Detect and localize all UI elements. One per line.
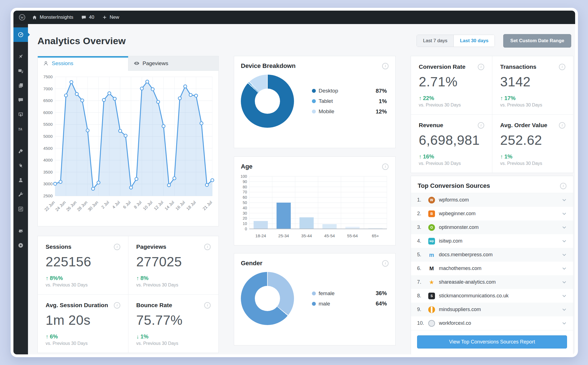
last-7-days-button[interactable]: Last 7 days — [417, 35, 453, 47]
pushpin-icon — [18, 53, 24, 60]
legend-item-mobile: Mobile 12% — [312, 108, 389, 115]
sidebar-item-seo[interactable] — [13, 224, 28, 238]
sidebar-item-comments[interactable] — [13, 93, 28, 107]
legend-value: 64% — [376, 300, 389, 307]
sidebar-item-ta-analytics[interactable]: TA — [13, 122, 28, 136]
source-row-workforcexl[interactable]: 10. workforcexl.co — [411, 316, 573, 330]
sidebar-item-downloads[interactable] — [13, 107, 28, 122]
media-icon — [18, 68, 24, 74]
info-icon[interactable] — [560, 183, 566, 189]
info-icon[interactable] — [382, 163, 389, 170]
stat-value: 252.62 — [500, 132, 565, 148]
source-row-shareasale[interactable]: 7. ★ shareasale-analytics.com — [411, 275, 573, 289]
source-domain: mindsuppliers.com — [439, 307, 481, 312]
gender-legend: female 36% male 64% — [312, 286, 389, 311]
svg-text:28 Jun: 28 Jun — [76, 200, 88, 212]
sidebar-item-plugins[interactable] — [13, 158, 28, 173]
sidebar-item-posts[interactable] — [13, 49, 28, 64]
info-icon[interactable] — [114, 302, 120, 309]
svg-text:25-34: 25-34 — [278, 233, 289, 238]
info-icon[interactable] — [559, 64, 565, 70]
sidebar-item-pages[interactable] — [13, 78, 28, 93]
sessions-line-chart[interactable]: 2500300035004000450050005500600065007000… — [39, 72, 216, 226]
last-30-days-button[interactable]: Last 30 days — [453, 35, 495, 47]
favicon-machothemes-icon: M — [428, 265, 435, 272]
chevron-down-icon[interactable] — [561, 252, 567, 258]
info-icon[interactable] — [478, 122, 484, 129]
source-row-isitwp[interactable]: 4. wp isitwp.com — [411, 234, 573, 248]
app-window: W MonsterInsights 40 New — [11, 8, 578, 357]
svg-text:40: 40 — [243, 206, 247, 210]
sidebar-item-video[interactable] — [13, 238, 28, 253]
svg-text:3500: 3500 — [43, 170, 53, 174]
chevron-down-icon[interactable] — [561, 197, 567, 203]
tab-sessions[interactable]: Sessions — [38, 56, 128, 71]
sidebar-item-media[interactable] — [13, 64, 28, 78]
svg-text:W: W — [20, 16, 24, 20]
paintbrush-icon — [18, 148, 24, 154]
info-icon[interactable] — [559, 122, 565, 129]
stat-change: ↑8% — [136, 275, 211, 281]
admin-bar-new[interactable]: New — [102, 15, 119, 20]
stat-label: Revenue — [419, 122, 443, 129]
stat-label: Avg. Session Duration — [46, 302, 108, 309]
sidebar-item-appearance[interactable] — [13, 144, 28, 158]
age-bar-chart[interactable]: 010203040506070809010018-2425-3435-4445-… — [237, 174, 391, 242]
stat-card-bounce-rate: Bounce Rate 75.77% ↓1% vs. Previous 30 D… — [128, 294, 218, 353]
admin-bar-comments[interactable]: 40 — [81, 15, 94, 20]
stat-label: Avg. Order Value — [500, 122, 547, 129]
info-icon[interactable] — [478, 64, 484, 70]
chevron-down-icon[interactable] — [561, 307, 567, 312]
source-row-wpbeginner[interactable]: 2. B wpbeginner.com — [411, 207, 573, 221]
stat-card-avg-order-value: Avg. Order Value 252.62 ↑1% vs. Previous… — [492, 114, 573, 173]
source-row-machothemes[interactable]: 6. M machothemes.com — [411, 262, 573, 275]
source-rank: 7. — [417, 279, 428, 285]
gauge-dashboard-icon — [18, 32, 24, 38]
view-top-conversions-sources-report-button[interactable]: View Top Conversions Sources Report — [417, 335, 567, 349]
source-row-stickman[interactable]: 8. S stickmancommunications.co.uk — [411, 289, 573, 303]
info-icon[interactable] — [382, 63, 389, 69]
chevron-down-icon[interactable] — [561, 211, 567, 217]
svg-text:55-64: 55-64 — [347, 233, 358, 238]
sidebar-item-tools[interactable] — [13, 187, 28, 202]
chevron-down-icon[interactable] — [561, 293, 567, 299]
stat-compare: vs. Previous 30 Days — [136, 283, 211, 288]
sidebar-item-settings[interactable] — [13, 202, 28, 216]
up-arrow-icon: ↑ — [46, 275, 48, 281]
tab-pageviews-label: Pageviews — [143, 60, 168, 67]
svg-text:6 Jul: 6 Jul — [122, 200, 131, 209]
chevron-down-icon[interactable] — [561, 279, 567, 285]
info-icon[interactable] — [114, 244, 120, 250]
info-icon[interactable] — [204, 302, 211, 309]
set-custom-date-range-button[interactable]: Set Custom Date Range — [503, 34, 571, 48]
sidebar-item-users[interactable] — [13, 173, 28, 187]
active-item-arrow — [28, 33, 30, 37]
wp-admin-bar: W MonsterInsights 40 New — [13, 11, 575, 24]
device-donut-chart[interactable] — [241, 75, 294, 128]
chevron-down-icon[interactable] — [561, 238, 567, 244]
gender-panel: Gender female 36% — [234, 253, 396, 345]
stat-change: ↑6% — [46, 333, 120, 340]
source-row-wpforms[interactable]: 1. W wpforms.com — [411, 193, 573, 207]
chevron-down-icon[interactable] — [561, 266, 567, 271]
chevron-down-icon[interactable] — [561, 225, 567, 230]
stat-value: 6,698,981 — [419, 132, 484, 148]
chevron-down-icon[interactable] — [561, 321, 567, 326]
info-icon[interactable] — [204, 244, 211, 250]
admin-bar-site[interactable]: MonsterInsights — [32, 15, 73, 20]
tab-pageviews[interactable]: Pageviews — [128, 56, 219, 71]
source-row-optinmonster[interactable]: 3. O optinmonster.com — [411, 221, 573, 234]
info-icon[interactable] — [382, 260, 389, 267]
svg-text:16 Jul: 16 Jul — [175, 200, 186, 211]
gender-donut-chart[interactable] — [241, 272, 294, 325]
legend-item-desktop: Desktop 87% — [312, 88, 389, 94]
legend-dot — [312, 99, 316, 103]
source-row-memberpress[interactable]: 5. m docs.memberpress.com — [411, 248, 573, 262]
wordpress-logo-icon[interactable]: W — [18, 14, 26, 21]
eye-icon — [133, 60, 140, 67]
source-row-mindsuppliers[interactable]: 9. mindsuppliers.com — [411, 303, 573, 316]
stat-value: 2.71% — [419, 74, 484, 89]
source-domain: wpbeginner.com — [439, 211, 476, 217]
sidebar-item-dashboard[interactable] — [13, 27, 28, 42]
play-icon — [18, 242, 24, 248]
